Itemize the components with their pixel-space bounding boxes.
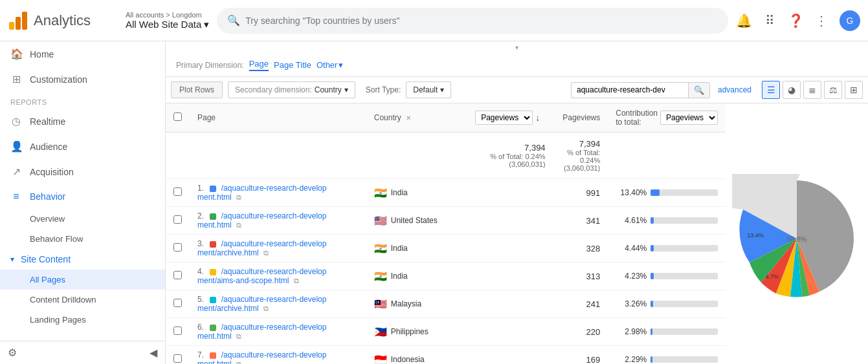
- help-icon[interactable]: ❓: [788, 13, 803, 28]
- row-checkbox-cell[interactable]: [166, 179, 190, 207]
- sidebar-item-customization[interactable]: ⊞ Customization: [0, 67, 165, 92]
- plot-rows-button[interactable]: Plot Rows: [171, 81, 223, 98]
- row-checkbox-cell[interactable]: [166, 207, 190, 235]
- copy-link-icon[interactable]: ⧉: [236, 360, 241, 364]
- copy-link-icon[interactable]: ⧉: [236, 193, 241, 201]
- pct-text: 4.61%: [616, 216, 647, 225]
- select-all-checkbox[interactable]: [173, 112, 182, 121]
- acquisition-icon: ↗: [10, 166, 22, 178]
- table-row: 5. /aquaculture-research-develop ment/ar…: [166, 290, 726, 318]
- row-checkbox[interactable]: [173, 271, 182, 279]
- sidebar-sub-overview[interactable]: Overview: [0, 209, 165, 229]
- data-view-button[interactable]: ☰: [762, 81, 780, 99]
- country-name: India: [391, 272, 408, 281]
- row-checkbox[interactable]: [173, 327, 182, 335]
- row-checkbox-cell[interactable]: [166, 262, 190, 290]
- svg-rect-0: [9, 22, 14, 30]
- sidebar-item-realtime[interactable]: ◷ Realtime: [0, 109, 165, 134]
- main-content: ▾ Primary Dimension: Page Page Title Oth…: [166, 41, 868, 364]
- row-checkbox-cell[interactable]: [166, 346, 190, 365]
- filter-input[interactable]: [572, 83, 688, 97]
- filter-search-button[interactable]: 🔍: [688, 83, 709, 98]
- notifications-icon[interactable]: 🔔: [736, 13, 751, 28]
- sidebar-label-realtime: Realtime: [30, 116, 65, 127]
- term-cloud-view-button[interactable]: ⚖: [824, 81, 842, 99]
- secondary-dimension-dropdown[interactable]: Secondary dimension: Country ▾: [228, 81, 355, 98]
- copy-link-icon[interactable]: ⧉: [263, 305, 269, 312]
- comparison-view-button[interactable]: ≣: [803, 81, 821, 99]
- sidebar-label-behavior: Behavior: [30, 191, 65, 202]
- account-name[interactable]: All Web Site Data ▾: [126, 19, 209, 30]
- page-link[interactable]: /aquaculture-research-develop ment/archi…: [197, 239, 326, 257]
- primary-dim-page[interactable]: Page: [249, 59, 269, 71]
- contribution-cell: 2.98%: [608, 318, 726, 346]
- primary-dim-other-dropdown[interactable]: Other ▾: [317, 60, 344, 70]
- page-link[interactable]: /aquaculture-research-develop ment/archi…: [197, 295, 326, 313]
- pie-chart-area: 58.8% 13.4% 4.7%: [726, 103, 868, 364]
- pct-bar: [651, 217, 654, 224]
- pageviews-value-cell: 313: [553, 262, 608, 290]
- sidebar-label-audience: Audience: [30, 142, 67, 152]
- page-link[interactable]: /aquaculture-research-develop ment.html: [197, 350, 326, 364]
- pct-text: 2.98%: [616, 327, 647, 336]
- view-icons: ☰ ◕ ≣ ⚖ ⊞: [762, 81, 863, 99]
- search-bar[interactable]: 🔍: [217, 8, 728, 34]
- secondary-dim-value: Country: [315, 85, 342, 94]
- row-checkbox-cell[interactable]: [166, 318, 190, 346]
- pageviews-type-select[interactable]: Pageviews: [475, 111, 533, 125]
- sidebar-sub-all-pages[interactable]: All Pages: [0, 270, 165, 290]
- sidebar-item-home[interactable]: 🏠 Home: [0, 41, 165, 67]
- more-options-icon[interactable]: ⋮: [814, 13, 829, 28]
- pageviews-select-cell: [467, 207, 553, 235]
- sidebar-sub-landing-pages[interactable]: Landing Pages: [0, 310, 165, 330]
- sidebar-item-audience[interactable]: 👤 Audience: [0, 134, 165, 159]
- page-link[interactable]: /aquaculture-research-develop ment.html: [197, 184, 326, 202]
- row-checkbox[interactable]: [173, 215, 182, 224]
- sidebar-item-behavior[interactable]: ≡ Behavior: [0, 184, 165, 209]
- topbar: Analytics All accounts > Longdom All Web…: [0, 0, 868, 41]
- sidebar-sub-content-drilldown[interactable]: Content Drilldown: [0, 290, 165, 310]
- sort-desc-icon[interactable]: ↓: [535, 112, 540, 123]
- copy-link-icon[interactable]: ⧉: [236, 332, 241, 340]
- advanced-link[interactable]: advanced: [718, 85, 751, 94]
- country-flag: 🇮🇳: [374, 270, 387, 283]
- remove-dim-icon[interactable]: ✕: [406, 114, 411, 122]
- select-all-header[interactable]: [166, 103, 190, 133]
- primary-dim-page-title[interactable]: Page Title: [274, 60, 311, 70]
- search-input[interactable]: [245, 16, 718, 26]
- page-link[interactable]: /aquaculture-research-develop ment.html: [197, 211, 326, 230]
- pageviews-value-cell: 241: [553, 290, 608, 318]
- page-link[interactable]: /aquaculture-research-develop ment.html: [197, 323, 326, 341]
- contribution-cell: 13.40%: [608, 179, 726, 207]
- summary-pageviews2: 7,394 % of Total: 0.24% (3,060,031): [553, 133, 608, 179]
- row-checkbox-cell[interactable]: [166, 235, 190, 262]
- copy-link-icon[interactable]: ⧉: [263, 249, 269, 257]
- page-link[interactable]: /aquaculture-research-develop ment/aims-…: [197, 267, 326, 285]
- sidebar-item-acquisition[interactable]: ↗ Acquisition: [0, 159, 165, 184]
- customization-icon: ⊞: [10, 73, 22, 85]
- collapse-icon[interactable]: ◀: [150, 347, 157, 359]
- row-checkbox[interactable]: [173, 354, 182, 363]
- row-checkbox[interactable]: [173, 243, 182, 252]
- apps-icon[interactable]: ⠿: [762, 13, 777, 28]
- row-checkbox[interactable]: [173, 187, 182, 196]
- copy-link-icon[interactable]: ⧉: [236, 221, 241, 229]
- pageviews-select-cell: [467, 290, 553, 318]
- page-column-header: Page: [190, 103, 366, 133]
- sidebar-group-site-content[interactable]: ▾ Site Content: [0, 249, 165, 270]
- avatar[interactable]: G: [840, 10, 860, 31]
- sidebar-label-home: Home: [30, 49, 54, 59]
- search-filter[interactable]: 🔍: [571, 82, 710, 98]
- main-layout: 🏠 Home ⊞ Customization REPORTS ◷ Realtim…: [0, 41, 868, 364]
- sidebar-label-acquisition: Acquisition: [30, 167, 74, 177]
- settings-icon[interactable]: ⚙: [8, 347, 17, 359]
- sort-type-dropdown[interactable]: Default ▾: [406, 81, 451, 98]
- pivot-view-button[interactable]: ⊞: [845, 81, 863, 99]
- copy-link-icon[interactable]: ⧉: [294, 277, 299, 284]
- behavior-icon: ≡: [10, 191, 22, 202]
- row-checkbox[interactable]: [173, 299, 182, 307]
- contribution-type-select[interactable]: Pageviews: [660, 111, 718, 125]
- pie-view-button[interactable]: ◕: [783, 81, 801, 99]
- sidebar-sub-behavior-flow[interactable]: Behavior Flow: [0, 229, 165, 249]
- row-checkbox-cell[interactable]: [166, 290, 190, 318]
